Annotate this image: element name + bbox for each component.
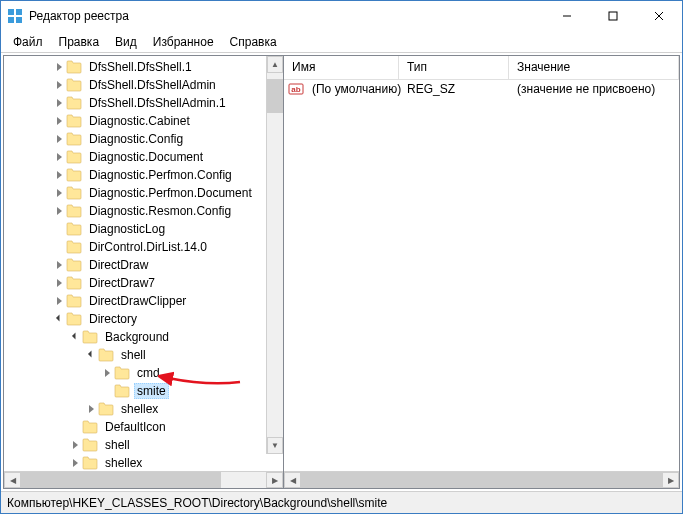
tree-item[interactable]: DirControl.DirList.14.0 [4, 238, 283, 256]
tree-item[interactable]: DiagnosticLog [4, 220, 283, 238]
scroll-left-button[interactable]: ◀ [284, 472, 301, 488]
tree-item-label: Diagnostic.Config [86, 131, 186, 147]
folder-icon [66, 150, 82, 164]
scroll-right-button[interactable]: ▶ [662, 472, 679, 488]
list-hscrollbar[interactable]: ◀ ▶ [284, 471, 679, 488]
tree-item-label: Diagnostic.Perfmon.Document [86, 185, 255, 201]
folder-icon [66, 204, 82, 218]
scroll-thumb[interactable] [301, 472, 662, 488]
chevron-right-icon[interactable] [52, 204, 66, 218]
chevron-right-icon[interactable] [52, 276, 66, 290]
menu-view[interactable]: Вид [107, 33, 145, 51]
tree-item[interactable]: smite [4, 382, 283, 400]
tree-item-label: DfsShell.DfsShellAdmin.1 [86, 95, 229, 111]
menu-file[interactable]: Файл [5, 33, 51, 51]
column-value[interactable]: Значение [509, 56, 679, 79]
chevron-right-icon[interactable] [52, 114, 66, 128]
tree-item[interactable]: DfsShell.DfsShellAdmin [4, 76, 283, 94]
tree-item[interactable]: DirectDraw [4, 256, 283, 274]
svg-rect-3 [16, 17, 22, 23]
chevron-down-icon[interactable] [84, 348, 98, 362]
menu-favorites[interactable]: Избранное [145, 33, 222, 51]
tree-hscrollbar[interactable]: ◀ ▶ [4, 471, 283, 488]
twisty-none [68, 420, 82, 434]
tree-item[interactable]: Diagnostic.Perfmon.Config [4, 166, 283, 184]
chevron-right-icon[interactable] [52, 96, 66, 110]
folder-icon [114, 384, 130, 398]
tree-item[interactable]: shellex [4, 400, 283, 418]
chevron-down-icon[interactable] [52, 312, 66, 326]
scroll-left-button[interactable]: ◀ [4, 472, 21, 488]
tree-item-label: Diagnostic.Document [86, 149, 206, 165]
column-name[interactable]: Имя [284, 56, 399, 79]
svg-rect-0 [8, 9, 14, 15]
chevron-right-icon[interactable] [52, 150, 66, 164]
tree-item[interactable]: DfsShell.DfsShellAdmin.1 [4, 94, 283, 112]
close-button[interactable] [636, 1, 682, 31]
folder-icon [66, 114, 82, 128]
tree-item[interactable]: Directory [4, 310, 283, 328]
scroll-thumb[interactable] [21, 472, 221, 488]
tree-item[interactable]: Diagnostic.Resmon.Config [4, 202, 283, 220]
chevron-right-icon[interactable] [84, 402, 98, 416]
tree-item[interactable]: Diagnostic.Config [4, 130, 283, 148]
tree-item[interactable]: DfsShell.DfsShell.1 [4, 58, 283, 76]
folder-icon [66, 294, 82, 308]
chevron-right-icon[interactable] [52, 60, 66, 74]
scroll-up-button[interactable]: ▲ [267, 56, 283, 73]
chevron-right-icon[interactable] [52, 168, 66, 182]
tree-item[interactable]: shell [4, 436, 283, 454]
tree-pane: DfsShell.DfsShell.1DfsShell.DfsShellAdmi… [4, 56, 284, 488]
string-value-icon: ab [288, 81, 304, 97]
tree-vscrollbar[interactable]: ▲ ▼ [266, 56, 283, 454]
scroll-right-button[interactable]: ▶ [266, 472, 283, 488]
chevron-down-icon[interactable] [68, 330, 82, 344]
tree-item[interactable]: shell [4, 346, 283, 364]
tree-item[interactable]: Background [4, 328, 283, 346]
chevron-right-icon[interactable] [68, 438, 82, 452]
tree-item[interactable]: DirectDraw7 [4, 274, 283, 292]
menubar: Файл Правка Вид Избранное Справка [1, 31, 682, 53]
tree-item-label: Background [102, 329, 172, 345]
value-name: (По умолчанию) [308, 82, 403, 96]
tree-item[interactable]: Diagnostic.Cabinet [4, 112, 283, 130]
folder-icon [66, 168, 82, 182]
chevron-right-icon[interactable] [68, 456, 82, 470]
chevron-right-icon[interactable] [52, 186, 66, 200]
folder-icon [98, 348, 114, 362]
tree-item-label: smite [134, 383, 169, 399]
tree-item[interactable]: shellex [4, 454, 283, 471]
tree-item[interactable]: cmd [4, 364, 283, 382]
tree-item[interactable]: Diagnostic.Perfmon.Document [4, 184, 283, 202]
tree-item-label: cmd [134, 365, 163, 381]
twisty-none [52, 222, 66, 236]
tree-item-label: shellex [102, 455, 145, 471]
folder-icon [82, 438, 98, 452]
chevron-right-icon[interactable] [52, 132, 66, 146]
folder-icon [82, 330, 98, 344]
tree-item-label: shell [102, 437, 133, 453]
chevron-right-icon[interactable] [52, 294, 66, 308]
tree-item[interactable]: DirectDrawClipper [4, 292, 283, 310]
minimize-button[interactable] [544, 1, 590, 31]
menu-help[interactable]: Справка [222, 33, 285, 51]
menu-edit[interactable]: Правка [51, 33, 108, 51]
folder-icon [66, 78, 82, 92]
chevron-right-icon[interactable] [100, 366, 114, 380]
tree-item[interactable]: DefaultIcon [4, 418, 283, 436]
chevron-right-icon[interactable] [52, 78, 66, 92]
tree-item-label: shellex [118, 401, 161, 417]
scroll-thumb[interactable] [267, 79, 283, 113]
folder-icon [66, 240, 82, 254]
tree-item[interactable]: Diagnostic.Document [4, 148, 283, 166]
folder-icon [66, 312, 82, 326]
scroll-down-button[interactable]: ▼ [267, 437, 283, 454]
tree-item-label: DiagnosticLog [86, 221, 168, 237]
list-row[interactable]: ab (По умолчанию) REG_SZ (значение не пр… [284, 80, 679, 98]
chevron-right-icon[interactable] [52, 258, 66, 272]
app-icon [7, 8, 23, 24]
tree-item-label: Directory [86, 311, 140, 327]
maximize-button[interactable] [590, 1, 636, 31]
list-header: Имя Тип Значение [284, 56, 679, 80]
column-type[interactable]: Тип [399, 56, 509, 79]
